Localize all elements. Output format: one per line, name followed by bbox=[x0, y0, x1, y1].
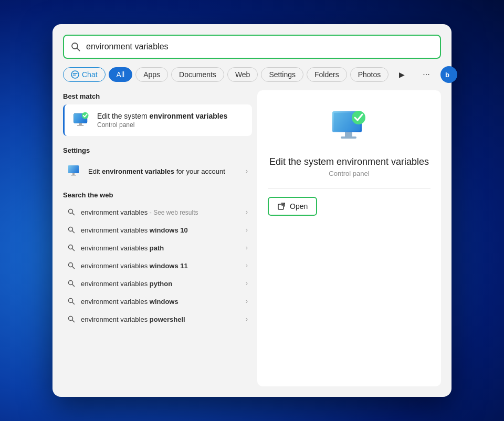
best-match-text: Edit the system environment variables Co… bbox=[97, 112, 227, 129]
web-search-item-6[interactable]: environment variables powershell › bbox=[63, 310, 252, 328]
search-icon bbox=[70, 41, 81, 52]
svg-rect-7 bbox=[77, 125, 84, 126]
right-panel: Edit the system environment variables Co… bbox=[257, 90, 441, 386]
settings-header: Settings bbox=[63, 146, 252, 154]
svg-rect-11 bbox=[72, 173, 75, 175]
svg-text:b: b bbox=[445, 71, 449, 79]
svg-rect-12 bbox=[71, 175, 76, 176]
tab-all[interactable]: All bbox=[109, 67, 133, 82]
web-search-icon-4 bbox=[67, 279, 76, 288]
web-search-item-1[interactable]: environment variables windows 10 › bbox=[63, 221, 252, 239]
web-search-item-5[interactable]: environment variables windows › bbox=[63, 292, 252, 310]
chevron-icon-5: › bbox=[246, 298, 248, 305]
settings-item[interactable]: Edit environment variables for your acco… bbox=[63, 159, 252, 184]
tab-more[interactable]: ··· bbox=[415, 67, 437, 82]
chevron-icon-4: › bbox=[246, 280, 248, 287]
tab-apps[interactable]: Apps bbox=[135, 67, 168, 82]
svg-line-18 bbox=[72, 249, 75, 251]
svg-point-31 bbox=[352, 111, 365, 124]
svg-line-16 bbox=[72, 231, 75, 233]
svg-point-2 bbox=[71, 71, 79, 78]
tab-bing[interactable]: b bbox=[440, 66, 457, 83]
search-panel: Chat All Apps Documents Web Settings Fol… bbox=[52, 24, 452, 397]
best-match-header: Best match bbox=[63, 92, 252, 100]
web-search-icon-6 bbox=[67, 315, 76, 323]
chevron-icon-1: › bbox=[246, 226, 248, 234]
web-search-item-4[interactable]: environment variables python › bbox=[63, 275, 252, 292]
svg-line-24 bbox=[72, 302, 75, 304]
chat-icon bbox=[71, 70, 79, 79]
search-input[interactable] bbox=[86, 42, 434, 51]
search-web-header: Search the web bbox=[63, 191, 252, 199]
web-search-icon-0 bbox=[67, 208, 76, 216]
tab-folders[interactable]: Folders bbox=[307, 67, 347, 82]
tab-web[interactable]: Web bbox=[227, 67, 258, 82]
svg-line-14 bbox=[72, 213, 75, 215]
chevron-icon-0: › bbox=[246, 208, 248, 216]
divider bbox=[268, 188, 430, 188]
tab-play-icon[interactable]: ▶ bbox=[392, 68, 412, 81]
svg-rect-6 bbox=[79, 123, 82, 125]
bing-icon: b bbox=[444, 69, 454, 80]
search-bar[interactable] bbox=[63, 35, 441, 59]
chevron-icon-3: › bbox=[246, 262, 248, 269]
chevron-icon: › bbox=[246, 167, 248, 175]
web-search-icon-1 bbox=[67, 226, 76, 234]
settings-item-text: Edit environment variables for your acco… bbox=[88, 167, 239, 175]
svg-line-20 bbox=[72, 267, 75, 269]
svg-rect-30 bbox=[341, 136, 356, 139]
web-search-icon-5 bbox=[67, 297, 76, 306]
open-icon bbox=[277, 202, 286, 210]
web-search-item-0[interactable]: environment variables - See web results … bbox=[63, 203, 252, 221]
open-button[interactable]: Open bbox=[268, 197, 317, 216]
svg-line-26 bbox=[72, 320, 75, 322]
tab-documents[interactable]: Documents bbox=[171, 67, 224, 82]
best-match-icon bbox=[72, 111, 91, 130]
svg-line-22 bbox=[72, 285, 75, 287]
svg-line-1 bbox=[77, 48, 80, 51]
filter-tabs: Chat All Apps Documents Web Settings Fol… bbox=[63, 66, 441, 83]
web-search-icon-3 bbox=[67, 261, 76, 270]
tab-photos[interactable]: Photos bbox=[350, 67, 389, 82]
svg-rect-29 bbox=[345, 132, 352, 136]
best-match-item[interactable]: Edit the system environment variables Co… bbox=[63, 104, 252, 136]
chevron-icon-2: › bbox=[246, 244, 248, 251]
app-subtitle: Control panel bbox=[329, 170, 369, 177]
app-title: Edit the system environment variables bbox=[269, 156, 429, 167]
web-search-icon-2 bbox=[67, 244, 76, 252]
svg-rect-10 bbox=[68, 165, 79, 173]
app-icon-large bbox=[328, 106, 370, 148]
content-area: Best match bbox=[63, 90, 441, 386]
left-panel: Best match bbox=[63, 90, 257, 386]
chevron-icon-6: › bbox=[246, 315, 248, 323]
web-search-item-3[interactable]: environment variables windows 11 › bbox=[63, 257, 252, 275]
tab-settings[interactable]: Settings bbox=[261, 67, 303, 82]
tab-chat[interactable]: Chat bbox=[63, 67, 106, 82]
web-search-item-2[interactable]: environment variables path › bbox=[63, 239, 252, 257]
settings-item-icon bbox=[67, 164, 82, 178]
